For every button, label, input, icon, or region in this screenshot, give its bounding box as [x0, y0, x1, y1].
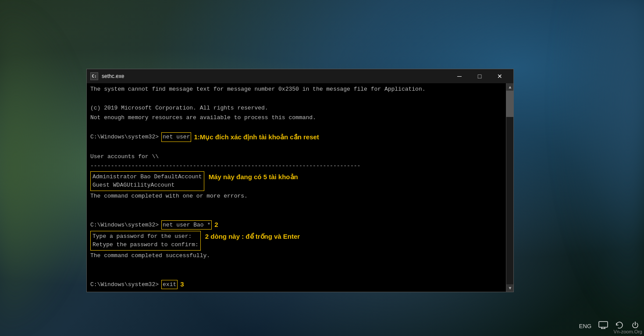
type-password-line: Type a password for the user:: [93, 232, 199, 241]
system-error-line: The system cannot find message text for …: [90, 85, 501, 94]
password-annotation: 2 dòng này : để trống và Enter: [205, 232, 300, 242]
separator-text: ----------------------------------------…: [90, 162, 360, 170]
window-controls: ─ □ ✕: [449, 69, 510, 83]
blank-line-6: [90, 261, 501, 269]
success-line: The command completed successfully.: [90, 251, 501, 260]
retype-password-line: Retype the password to confirm:: [93, 241, 199, 249]
copyright-text: (c) 2019 Microsoft Corporation. All righ…: [90, 105, 268, 111]
system-error-text: The system cannot find message text for …: [90, 86, 426, 92]
blank-line-2: [90, 123, 501, 131]
svg-rect-0: [599, 322, 608, 327]
copyright-line: (c) 2019 Microsoft Corporation. All righ…: [90, 104, 501, 113]
cmd2-prefix: C:\Windows\system32>: [90, 221, 159, 230]
cmd-error-text: The command completed with one or more e…: [90, 193, 248, 199]
memory-error-text: Not enough memory resources are availabl…: [90, 114, 316, 121]
window-title: sethc.exe: [102, 73, 449, 79]
close-button[interactable]: ✕: [490, 69, 510, 83]
cmd2-step: 2: [214, 220, 218, 230]
accounts-block: Administrator Bao DefaultAccount Guest W…: [90, 171, 501, 191]
blank-line-4: [90, 201, 501, 210]
accounts-row1: Administrator Bao DefaultAccount: [93, 173, 202, 181]
bg-blur-left: [0, 0, 88, 336]
scrollbar-down-button[interactable]: ▼: [506, 284, 513, 292]
accounts-header-text: User accounts for \\: [90, 153, 159, 160]
cmd1-prefix: C:\Windows\system32>: [90, 133, 159, 141]
accounts-row2: Guest WDAGUtilityAccount: [93, 181, 202, 190]
bg-blur-right: [556, 0, 644, 336]
cmd3-prefix: C:\Windows\system32>: [90, 280, 159, 289]
blank-line-7: [90, 270, 501, 279]
cmd1-highlight: net user: [161, 132, 191, 142]
separator-line: ----------------------------------------…: [90, 162, 501, 170]
memory-error-line: Not enough memory resources are availabl…: [90, 113, 501, 122]
window-icon: C:: [90, 72, 98, 80]
scrollbar-up-button[interactable]: ▲: [506, 83, 513, 91]
cmd3-line: C:\Windows\system32>exit 3: [90, 279, 501, 290]
password-box: Type a password for the user: Retype the…: [90, 231, 201, 251]
maximize-button[interactable]: □: [470, 69, 490, 83]
cmd-content-area: The system cannot find message text for …: [87, 83, 513, 292]
cmd3-highlight: exit: [161, 280, 178, 290]
monitor-icon[interactable]: [598, 321, 608, 331]
cmd2-line: C:\Windows\system32>net user Bao * 2: [90, 220, 501, 230]
cmd-window: C: sethc.exe ─ □ ✕ The system cannot fin…: [86, 69, 514, 292]
accounts-annotation: Máy này đang có 5 tài khoản: [209, 172, 298, 182]
cmd1-annotation: 1:Mục đích xác định tài khoản cần reset: [194, 132, 319, 142]
blank-line-5: [90, 211, 501, 219]
cmd-text: The system cannot find message text for …: [90, 85, 510, 290]
language-indicator: ENG: [579, 323, 591, 329]
minimize-button[interactable]: ─: [449, 69, 470, 83]
password-block: Type a password for the user: Retype the…: [90, 231, 501, 251]
accounts-table: Administrator Bao DefaultAccount Guest W…: [90, 171, 204, 191]
scrollbar-thumb[interactable]: [506, 91, 513, 117]
accounts-header-line: User accounts for \\: [90, 152, 501, 161]
cmd2-highlight: net user Bao *: [161, 220, 212, 230]
cmd3-step: 3: [180, 279, 184, 290]
blank-line-1: [90, 95, 501, 103]
success-text: The command completed successfully.: [90, 252, 210, 259]
title-bar: C: sethc.exe ─ □ ✕: [87, 69, 513, 83]
blank-line-3: [90, 143, 501, 152]
watermark: Vn-zoom.Org: [614, 329, 642, 334]
scrollbar[interactable]: ▲ ▼: [506, 83, 513, 292]
cmd1-line: C:\Windows\system32>net user 1:Mục đích …: [90, 132, 501, 142]
cmd-error-line: The command completed with one or more e…: [90, 192, 501, 201]
